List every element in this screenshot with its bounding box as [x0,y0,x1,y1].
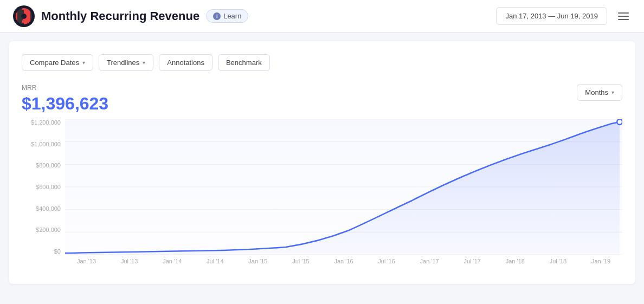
y-label: $1,000,000 [22,141,61,147]
chevron-down-icon: ▾ [143,60,145,66]
x-label: Jul '16 [365,258,408,264]
header-left: Monthly Recurring Revenue i Learn [13,5,248,27]
compare-dates-button[interactable]: Compare Dates ▾ [22,54,93,71]
chart-end-dot [617,119,622,125]
y-axis: $1,200,000 $1,000,000 $800,000 $600,000 … [22,119,65,255]
x-label: Jan '17 [408,258,451,264]
benchmark-button[interactable]: Benchmark [218,54,270,71]
metric-block: MRR $1,396,623 [22,84,108,114]
learn-label: Learn [223,12,241,20]
chart-plot [65,119,622,255]
y-label: $600,000 [22,184,61,190]
trendlines-label: Trendlines [107,59,139,67]
annotations-label: Annotations [167,59,204,67]
granularity-label: Months [585,88,608,96]
benchmark-label: Benchmark [226,59,262,67]
toolbar: Compare Dates ▾ Trendlines ▾ Annotations… [22,54,622,71]
x-label: Jan '15 [236,258,279,264]
x-label: Jul '18 [537,258,579,264]
x-label: Jul '13 [108,258,151,264]
metric-value: $1,396,623 [22,94,108,114]
date-range[interactable]: Jan 17, 2013 — Jun 19, 2019 [496,7,607,25]
y-label: $0 [22,248,61,255]
hamburger-menu-icon[interactable] [616,10,631,22]
chevron-down-icon: ▾ [611,89,614,95]
x-label: Jul '15 [279,258,322,264]
y-label: $1,200,000 [22,119,61,126]
chart-area: $1,200,000 $1,000,000 $800,000 $600,000 … [22,119,622,271]
header-right: Jan 17, 2013 — Jun 19, 2019 [496,7,631,25]
metric-label: MRR [22,84,108,92]
y-label: $800,000 [22,162,61,169]
app-header: Monthly Recurring Revenue i Learn Jan 17… [0,0,644,33]
x-label: Jan '13 [65,258,108,264]
x-label: Jan '14 [151,258,194,264]
annotations-button[interactable]: Annotations [159,54,212,71]
main-content: Compare Dates ▾ Trendlines ▾ Annotations… [9,41,635,284]
x-label: Jan '18 [494,258,537,264]
page-title: Monthly Recurring Revenue [41,9,199,23]
x-label: Jul '17 [451,258,494,264]
learn-button[interactable]: i Learn [206,9,248,23]
chart-svg [65,119,622,255]
x-label: Jan '19 [579,258,622,264]
x-label: Jul '14 [194,258,236,264]
chevron-down-icon: ▾ [82,60,85,66]
granularity-button[interactable]: Months ▾ [577,84,622,101]
logo-icon [16,8,32,24]
info-icon: i [213,12,221,20]
x-axis: Jan '13 Jul '13 Jan '14 Jul '14 Jan '15 … [65,255,622,271]
y-label: $400,000 [22,205,61,212]
compare-dates-label: Compare Dates [30,59,79,67]
y-label: $200,000 [22,227,61,233]
logo [13,5,35,27]
x-label: Jan '16 [322,258,365,264]
chart-header: MRR $1,396,623 Months ▾ [22,84,622,114]
trendlines-button[interactable]: Trendlines ▾ [99,54,153,71]
